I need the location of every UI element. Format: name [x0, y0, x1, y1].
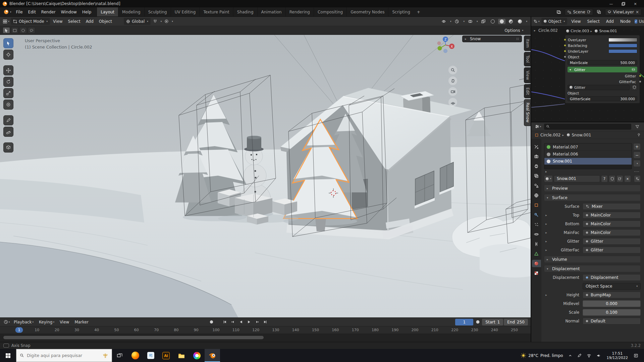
- shader-type-dropdown[interactable]: Object▾: [541, 18, 568, 25]
- start-button[interactable]: [0, 349, 16, 362]
- volume-panel-header[interactable]: ▸Volume: [544, 256, 641, 263]
- scene-browse-icon[interactable]: [555, 8, 563, 16]
- viewport-menu-object[interactable]: Object: [97, 19, 114, 24]
- tab-modifiers-icon[interactable]: [532, 211, 541, 219]
- blender-taskbar-icon[interactable]: [205, 349, 220, 362]
- tab-world-icon[interactable]: [532, 192, 541, 199]
- shader-editor[interactable]: ▾ Object▾ View Select Add Node ✓ Us: [531, 17, 644, 122]
- node-input-overlayer[interactable]: OverLayer: [568, 37, 637, 43]
- list-grip-icon[interactable]: [634, 171, 639, 173]
- select-box-tool[interactable]: [3, 38, 13, 48]
- remove-viewlayer-icon[interactable]: ×: [636, 10, 639, 14]
- top-value-button[interactable]: MainColor: [583, 212, 641, 219]
- displacement-panel-header[interactable]: ▾Displacement: [544, 265, 641, 272]
- surface-panel-header[interactable]: ▾Surface: [544, 194, 641, 201]
- shading-rendered-button[interactable]: [516, 19, 524, 24]
- proportional-caret[interactable]: ▾: [172, 20, 173, 23]
- play-reverse-button[interactable]: [237, 319, 245, 325]
- displacement-space-dropdown[interactable]: Object Space▾: [583, 283, 641, 290]
- viewport-menu-select[interactable]: Select: [66, 19, 83, 24]
- panel-drag-dots-icon[interactable]: [516, 37, 519, 41]
- windows-ink-icon[interactable]: [575, 349, 584, 362]
- timeline-menu-keying[interactable]: Keying▾: [37, 320, 57, 324]
- shading-material-button[interactable]: [507, 19, 515, 24]
- backfacing-value-field[interactable]: [608, 44, 637, 48]
- tab-material-icon[interactable]: [532, 260, 541, 267]
- unlink-material-button[interactable]: ×: [624, 175, 631, 182]
- fake-user-shield-button[interactable]: [609, 175, 615, 182]
- timeline-scroll-area[interactable]: [0, 334, 531, 342]
- filter-icon[interactable]: [633, 123, 641, 130]
- sidebar-tab-real-snow[interactable]: Real Snow: [524, 99, 531, 126]
- breadcrumb-material[interactable]: Snow.001: [572, 133, 591, 137]
- node-input-underlayer[interactable]: UnderLayer: [568, 48, 637, 54]
- editor-type-icon[interactable]: ▾: [2, 18, 10, 25]
- viewport-menu-add[interactable]: Add: [84, 19, 96, 24]
- shader-menu-view[interactable]: View: [569, 19, 583, 24]
- snap-options-caret[interactable]: ▾: [161, 20, 162, 23]
- region-toggle-icon[interactable]: ▸: [534, 29, 537, 32]
- list-filter-expand-icon[interactable]: ▸: [545, 170, 548, 173]
- shader-node-canvas[interactable]: ▸ Circle.002 Circle.003 ▸ Snow.001 OverL: [531, 26, 644, 122]
- workspace-tab-shading[interactable]: Shading: [233, 7, 257, 16]
- select-mode-lasso-button[interactable]: [28, 27, 35, 34]
- material-slot-row-selected[interactable]: Snow.001: [544, 158, 632, 165]
- network-icon[interactable]: [585, 349, 593, 362]
- node-input-backfacing[interactable]: Backfacing: [568, 43, 637, 48]
- shading-solid-button[interactable]: [498, 19, 505, 24]
- auto-keying-button[interactable]: [208, 319, 215, 325]
- file-explorer-icon[interactable]: [174, 349, 189, 362]
- material-name-field[interactable]: Snow.001: [554, 175, 600, 182]
- cursor-tool[interactable]: [3, 50, 13, 60]
- browse-material-button[interactable]: ▾: [544, 175, 553, 182]
- sidebar-tab-item[interactable]: Item: [524, 36, 531, 51]
- tab-viewlayer-icon[interactable]: [532, 172, 541, 180]
- workspace-tab-layout[interactable]: Layout: [97, 7, 118, 16]
- shader-menu-add[interactable]: Add: [604, 19, 616, 24]
- minimize-button[interactable]: —: [605, 0, 617, 7]
- weather-widget[interactable]: 28°C Pred. limpo: [519, 349, 565, 362]
- hidden-icons-chevron[interactable]: [566, 349, 574, 362]
- glitter-group-header[interactable]: ▾ Glitter: [568, 67, 637, 72]
- tab-render-icon[interactable]: [532, 153, 541, 160]
- restore-button[interactable]: [617, 0, 629, 7]
- overlayer-value-field[interactable]: [608, 38, 637, 42]
- rotate-tool[interactable]: [3, 77, 13, 87]
- camera-view-icon[interactable]: [448, 87, 457, 96]
- current-frame-field[interactable]: 1: [455, 319, 473, 325]
- timeline-editor-type-icon[interactable]: ▾: [3, 318, 11, 326]
- toggle-perspective-grid-icon[interactable]: [448, 98, 457, 107]
- viewlayer-selector[interactable]: ViewLayer ×: [605, 9, 641, 15]
- measure-tool[interactable]: [3, 127, 13, 137]
- material-slot-row[interactable]: Material.006: [544, 150, 632, 158]
- volume-icon[interactable]: [594, 349, 603, 362]
- transform-tool[interactable]: [3, 100, 13, 110]
- illustrator-icon[interactable]: Ai: [158, 349, 174, 362]
- menu-help[interactable]: Help: [79, 7, 94, 16]
- shader-menu-node[interactable]: Node: [618, 19, 633, 24]
- displacement-value-button[interactable]: Displacement: [583, 274, 641, 281]
- snap-magnet-icon[interactable]: [151, 18, 159, 25]
- scale-tool[interactable]: [3, 88, 13, 98]
- nodetree-toggle-button[interactable]: [634, 175, 641, 182]
- shading-wireframe-button[interactable]: [489, 19, 496, 24]
- workspace-tab-scripting[interactable]: Scripting: [388, 7, 414, 16]
- midlevel-field[interactable]: 0.000: [583, 300, 641, 307]
- firefox-icon[interactable]: [127, 349, 143, 362]
- users-count-button[interactable]: 7: [601, 175, 608, 182]
- tab-constraints-icon[interactable]: [532, 240, 541, 248]
- playback-sync-icon[interactable]: [474, 319, 481, 325]
- blender-logo-menu[interactable]: ▾: [2, 7, 13, 16]
- new-scene-icon[interactable]: [587, 10, 591, 14]
- tab-texture-icon[interactable]: [532, 269, 541, 277]
- remove-slot-button[interactable]: −: [633, 152, 641, 159]
- shader-menu-select[interactable]: Select: [585, 19, 602, 24]
- tab-object-icon[interactable]: [532, 201, 541, 209]
- workspace-tab-rendering[interactable]: Rendering: [285, 7, 314, 16]
- selectability-visibility-icon[interactable]: [440, 18, 448, 25]
- move-tool[interactable]: [3, 65, 13, 75]
- scale-field[interactable]: 0.100: [583, 309, 641, 316]
- annotate-tool[interactable]: [3, 115, 13, 125]
- task-view-button[interactable]: [112, 349, 127, 362]
- surface-value-button[interactable]: Mixer: [583, 203, 641, 210]
